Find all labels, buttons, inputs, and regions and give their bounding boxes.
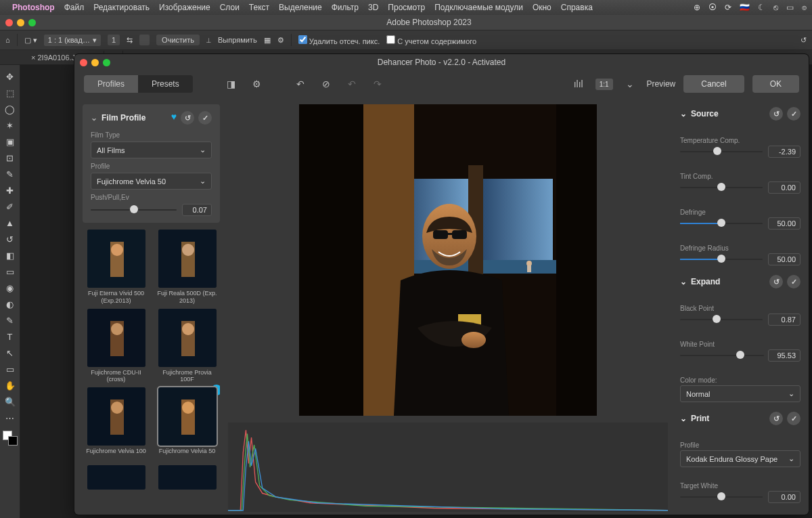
tool-path[interactable]: ↖ bbox=[3, 345, 18, 360]
chevron-down-icon[interactable]: ⌄ bbox=[680, 414, 687, 423]
chevron-down-icon[interactable]: ⌄ bbox=[680, 109, 687, 118]
tool-wand[interactable]: ✶ bbox=[3, 118, 18, 133]
film-item[interactable]: Fujichrome Provia 100F bbox=[155, 309, 219, 384]
grid-icon[interactable]: ▦ bbox=[264, 36, 271, 45]
chevron-down-icon[interactable]: ⌄ bbox=[680, 277, 687, 286]
tool-zoom[interactable]: 🔍 bbox=[3, 394, 18, 409]
status-battery-icon[interactable]: ▭ bbox=[786, 3, 794, 12]
status-control-icon[interactable]: ⌾ bbox=[802, 3, 807, 12]
film-item[interactable]: Fujichrome CDU-II (cross) bbox=[84, 309, 148, 384]
reset-icon[interactable]: ↺ bbox=[769, 275, 783, 288]
menu-filter[interactable]: Фильтр bbox=[332, 3, 359, 12]
power-toggle-icon[interactable]: ✓ bbox=[787, 107, 800, 121]
tool-frame[interactable]: ⊡ bbox=[3, 150, 18, 165]
black-point-slider[interactable] bbox=[680, 314, 763, 326]
status-bluetooth-icon[interactable]: ⎋ bbox=[773, 3, 778, 12]
content-aware-checkbox[interactable]: С учетом содержимого bbox=[386, 35, 476, 45]
defringe-slider[interactable] bbox=[680, 217, 763, 230]
tint-slider[interactable] bbox=[680, 181, 763, 194]
macos-menubar[interactable]: Photoshop Файл Редактировать Изображение… bbox=[0, 0, 812, 15]
tool-hand[interactable]: ✋ bbox=[3, 378, 18, 393]
tool-lasso[interactable]: ◯ bbox=[3, 102, 18, 116]
menu-window[interactable]: Окно bbox=[533, 3, 551, 12]
menu-view[interactable]: Просмотр bbox=[388, 3, 425, 12]
plugin-minimize-icon[interactable] bbox=[91, 59, 99, 66]
undo-icon[interactable]: ↶ bbox=[343, 75, 361, 93]
tool-blur[interactable]: ◉ bbox=[3, 280, 18, 295]
histogram-icon[interactable]: ılıl bbox=[570, 75, 587, 93]
power-toggle-icon[interactable]: ✓ bbox=[787, 275, 800, 288]
defringe-radius-value[interactable]: 50.00 bbox=[768, 253, 800, 265]
favorite-icon[interactable]: ♥ bbox=[171, 111, 177, 125]
status-flag-icon[interactable]: 🇷🇺 bbox=[740, 3, 750, 12]
reset-icon[interactable]: ↺ bbox=[769, 107, 783, 121]
tint-value[interactable]: 0.00 bbox=[768, 181, 800, 194]
tool-pen[interactable]: ✎ bbox=[3, 313, 18, 328]
tab-presets[interactable]: Presets bbox=[138, 75, 193, 93]
source-section-head[interactable]: ⌄ Source ↺✓ bbox=[680, 104, 800, 123]
tool-history[interactable]: ↺ bbox=[3, 232, 18, 246]
status-sync-icon[interactable]: ⟳ bbox=[725, 3, 731, 12]
cancel-button[interactable]: Cancel bbox=[683, 75, 744, 93]
macos-app-menus[interactable]: Photoshop Файл Редактировать Изображение… bbox=[12, 3, 593, 12]
tab-profiles[interactable]: Profiles bbox=[84, 75, 138, 93]
black-point-value[interactable]: 0.87 bbox=[768, 314, 800, 326]
reset-icon[interactable]: ↺ bbox=[800, 36, 807, 45]
zoom-badge[interactable]: 1:1 bbox=[595, 79, 613, 90]
reset-icon[interactable]: ↺ bbox=[181, 111, 194, 125]
chevron-down-icon[interactable]: ⌄ bbox=[91, 113, 97, 123]
menu-text[interactable]: Текст bbox=[249, 3, 269, 12]
window-zoom-icon[interactable] bbox=[28, 19, 36, 26]
tool-gradient[interactable]: ▭ bbox=[3, 264, 18, 279]
history-undo-icon[interactable]: ↶ bbox=[292, 75, 309, 93]
status-icon[interactable]: ⦿ bbox=[708, 3, 717, 12]
menu-select[interactable]: Выделение bbox=[279, 3, 322, 12]
tool-shape[interactable]: ▭ bbox=[3, 362, 18, 376]
profile-dropdown[interactable]: Fujichrome Velvia 50⌄ bbox=[91, 173, 212, 190]
crop-ratio-dropdown[interactable]: 1 : 1 (квад…▾ bbox=[44, 35, 101, 46]
tool-eraser[interactable]: ◧ bbox=[3, 248, 18, 263]
window-close-icon[interactable] bbox=[5, 19, 13, 26]
menu-file[interactable]: Файл bbox=[64, 3, 85, 12]
defringe-value[interactable]: 50.00 bbox=[768, 217, 800, 230]
straighten-icon[interactable]: ⟂ bbox=[206, 36, 211, 44]
preview-toggle-chevron[interactable]: ⌄ bbox=[621, 75, 639, 93]
target-white-slider[interactable] bbox=[680, 491, 763, 503]
menu-image[interactable]: Изображение bbox=[159, 3, 210, 12]
crop-value2-input[interactable] bbox=[139, 35, 150, 45]
plugin-zoom-icon[interactable] bbox=[103, 59, 110, 66]
preview-area[interactable] bbox=[224, 104, 672, 416]
dehancer-plugin-window[interactable]: Dehancer Photo - v2.2.0 - Activated Prof… bbox=[74, 54, 809, 515]
film-item[interactable]: Fuji Reala 500D (Exp. 2013) bbox=[155, 230, 219, 305]
temperature-slider[interactable] bbox=[680, 146, 763, 158]
target-white-value[interactable]: 0.00 bbox=[768, 491, 800, 503]
defringe-radius-slider[interactable] bbox=[680, 253, 763, 265]
expand-section-head[interactable]: ⌄ Expand ↺✓ bbox=[680, 272, 800, 291]
power-toggle-icon[interactable]: ✓ bbox=[787, 412, 800, 425]
tool-brush[interactable]: ✐ bbox=[3, 199, 18, 214]
film-item[interactable] bbox=[84, 465, 148, 490]
film-item[interactable]: Fuji Eterna Vivid 500 (Exp.2013) bbox=[84, 230, 148, 305]
plugin-titlebar[interactable]: Dehancer Photo - v2.2.0 - Activated bbox=[74, 54, 809, 70]
menu-3d[interactable]: 3D bbox=[368, 3, 378, 12]
photoshop-tools-panel[interactable]: ✥ ⬚ ◯ ✶ ▣ ⊡ ✎ ✚ ✐ ▲ ↺ ◧ ▭ ◉ ◐ ✎ T ↖ ▭ ✋ … bbox=[0, 65, 20, 518]
profiles-presets-segment[interactable]: Profiles Presets bbox=[84, 75, 193, 93]
tool-marquee[interactable]: ⬚ bbox=[3, 85, 18, 100]
redo-icon[interactable]: ↷ bbox=[369, 75, 386, 93]
plugin-close-icon[interactable] bbox=[80, 59, 87, 66]
tool-type[interactable]: T bbox=[3, 329, 18, 344]
status-dnd-icon[interactable]: ☾ bbox=[758, 3, 765, 12]
film-type-dropdown[interactable]: All Films⌄ bbox=[91, 142, 212, 158]
swap-icon[interactable]: ⇆ bbox=[127, 36, 133, 45]
disable-icon[interactable]: ⊘ bbox=[317, 75, 335, 93]
print-profile-dropdown[interactable]: Kodak Endura Glossy Pape⌄ bbox=[680, 450, 800, 467]
delete-cropped-checkbox[interactable]: Удалить отсеч. пикс. bbox=[298, 35, 380, 45]
tool-dodge[interactable]: ◐ bbox=[3, 297, 18, 311]
film-item-selected[interactable]: ♥ Fujichrome Velvia 50 bbox=[155, 387, 219, 461]
push-pull-value[interactable]: 0.07 bbox=[182, 204, 212, 216]
compare-icon[interactable]: ◨ bbox=[223, 75, 240, 93]
tool-more[interactable]: ⋯ bbox=[3, 410, 18, 425]
tool-heal[interactable]: ✚ bbox=[3, 183, 18, 198]
crop-tool-icon[interactable]: ▢ ▾ bbox=[24, 36, 37, 45]
color-mode-dropdown[interactable]: Normal⌄ bbox=[680, 385, 800, 402]
